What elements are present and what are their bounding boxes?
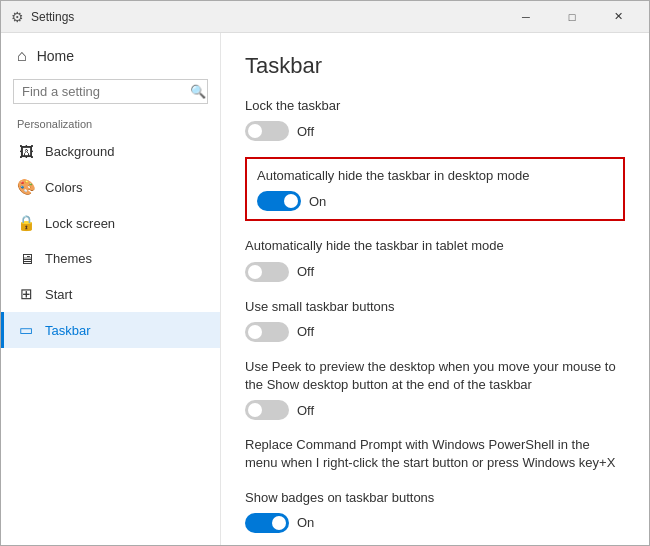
sidebar-item-background[interactable]: 🖼 Background [1, 134, 220, 169]
sidebar-item-lockscreen[interactable]: 🔒 Lock screen [1, 205, 220, 241]
sidebar-item-colors[interactable]: 🎨 Colors [1, 169, 220, 205]
auto-hide-desktop-label: Automatically hide the taskbar in deskto… [257, 167, 613, 185]
toggle-knob [272, 516, 286, 530]
peek-state: Off [297, 403, 314, 418]
lockscreen-icon: 🔒 [17, 214, 35, 232]
setting-powershell: Replace Command Prompt with Windows Powe… [245, 436, 625, 472]
sidebar-item-start[interactable]: ⊞ Start [1, 276, 220, 312]
small-buttons-state: Off [297, 324, 314, 339]
auto-hide-desktop-state: On [309, 194, 326, 209]
badges-state: On [297, 515, 314, 530]
auto-hide-desktop-toggle[interactable] [257, 191, 301, 211]
main-content: ⌂ Home 🔍 Personalization 🖼 Background 🎨 … [1, 33, 649, 545]
peek-toggle[interactable] [245, 400, 289, 420]
window-title: Settings [31, 10, 503, 24]
start-icon: ⊞ [17, 285, 35, 303]
auto-hide-tablet-label: Automatically hide the taskbar in tablet… [245, 237, 625, 255]
maximize-button[interactable]: □ [549, 1, 595, 33]
badges-label: Show badges on taskbar buttons [245, 489, 625, 507]
toggle-knob [284, 194, 298, 208]
toggle-knob [248, 265, 262, 279]
setting-badges: Show badges on taskbar buttons On [245, 489, 625, 533]
badges-toggle[interactable] [245, 513, 289, 533]
peek-label: Use Peek to preview the desktop when you… [245, 358, 625, 394]
auto-hide-tablet-toggle-row: Off [245, 262, 625, 282]
home-label: Home [37, 48, 74, 64]
small-buttons-toggle[interactable] [245, 322, 289, 342]
toggle-knob [248, 124, 262, 138]
powershell-label: Replace Command Prompt with Windows Powe… [245, 436, 625, 472]
settings-window: ⚙ Settings ─ □ ✕ ⌂ Home 🔍 Personalizatio… [0, 0, 650, 546]
search-input[interactable] [22, 84, 190, 99]
close-button[interactable]: ✕ [595, 1, 641, 33]
background-icon: 🖼 [17, 143, 35, 160]
auto-hide-tablet-state: Off [297, 264, 314, 279]
highlight-box-auto-hide-desktop: Automatically hide the taskbar in deskto… [245, 157, 625, 221]
title-bar: ⚙ Settings ─ □ ✕ [1, 1, 649, 33]
auto-hide-tablet-toggle[interactable] [245, 262, 289, 282]
sidebar: ⌂ Home 🔍 Personalization 🖼 Background 🎨 … [1, 33, 221, 545]
badges-toggle-row: On [245, 513, 625, 533]
sidebar-item-taskbar[interactable]: ▭ Taskbar [1, 312, 220, 348]
sidebar-item-themes[interactable]: 🖥 Themes [1, 241, 220, 276]
taskbar-icon: ▭ [17, 321, 35, 339]
sidebar-item-label: Start [45, 287, 72, 302]
settings-icon: ⚙ [9, 9, 25, 25]
search-box[interactable]: 🔍 [13, 79, 208, 104]
colors-icon: 🎨 [17, 178, 35, 196]
search-icon: 🔍 [190, 84, 206, 99]
peek-toggle-row: Off [245, 400, 625, 420]
small-buttons-label: Use small taskbar buttons [245, 298, 625, 316]
sidebar-item-home[interactable]: ⌂ Home [1, 37, 220, 75]
themes-icon: 🖥 [17, 250, 35, 267]
sidebar-item-label: Colors [45, 180, 83, 195]
lock-taskbar-toggle-row: Off [245, 121, 625, 141]
toggle-knob [248, 325, 262, 339]
minimize-button[interactable]: ─ [503, 1, 549, 33]
setting-small-buttons: Use small taskbar buttons Off [245, 298, 625, 342]
setting-auto-hide-tablet: Automatically hide the taskbar in tablet… [245, 237, 625, 281]
sidebar-item-label: Background [45, 144, 114, 159]
setting-peek: Use Peek to preview the desktop when you… [245, 358, 625, 420]
sidebar-item-label: Taskbar [45, 323, 91, 338]
auto-hide-desktop-toggle-row: On [257, 191, 613, 211]
lock-taskbar-label: Lock the taskbar [245, 97, 625, 115]
sidebar-item-label: Lock screen [45, 216, 115, 231]
content-area: Taskbar Lock the taskbar Off Automatical… [221, 33, 649, 545]
toggle-knob [248, 403, 262, 417]
lock-taskbar-toggle[interactable] [245, 121, 289, 141]
sidebar-item-label: Themes [45, 251, 92, 266]
sidebar-section-label: Personalization [1, 112, 220, 134]
page-title: Taskbar [245, 53, 625, 79]
home-icon: ⌂ [17, 47, 27, 65]
lock-taskbar-state: Off [297, 124, 314, 139]
window-controls: ─ □ ✕ [503, 1, 641, 33]
setting-lock-taskbar: Lock the taskbar Off [245, 97, 625, 141]
small-buttons-toggle-row: Off [245, 322, 625, 342]
